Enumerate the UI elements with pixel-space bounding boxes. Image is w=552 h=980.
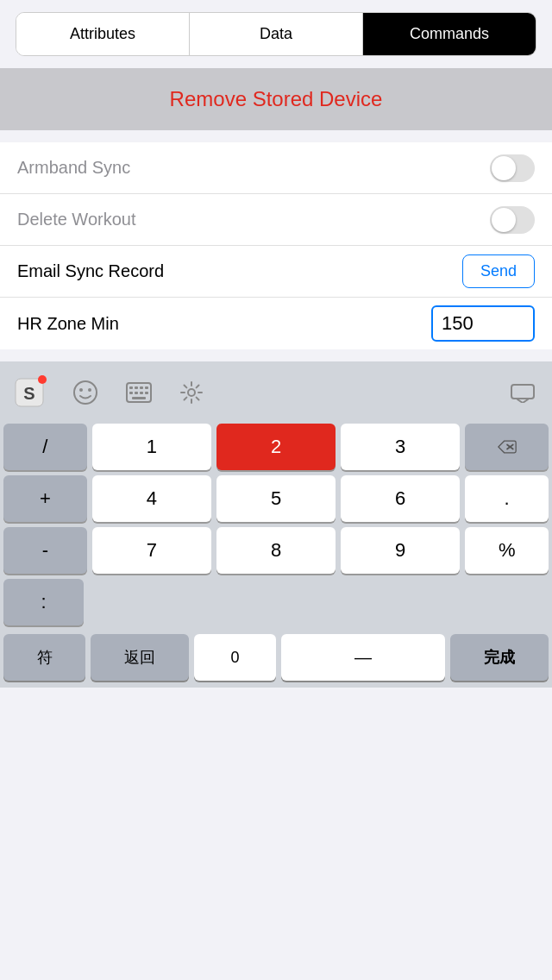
settings-group: Armband Sync Delete Workout Email Sync R… [0, 142, 552, 349]
tab-data[interactable]: Data [190, 13, 363, 55]
email-sync-label: Email Sync Record [17, 261, 164, 281]
dismiss-keyboard-icon[interactable] [511, 384, 535, 407]
key-symbol[interactable]: 符 [3, 634, 85, 681]
key-1[interactable]: 1 [92, 424, 211, 470]
key-row-4: : [3, 579, 549, 625]
key-dot[interactable]: . [465, 475, 549, 522]
key-space[interactable]: — [281, 634, 445, 681]
key-8[interactable]: 8 [216, 527, 336, 574]
key-2[interactable]: 2 [216, 424, 336, 470]
swype-icon[interactable]: S [14, 377, 45, 413]
key-percent[interactable]: % [465, 527, 549, 574]
hr-zone-min-label: HR Zone Min [17, 314, 119, 334]
svg-rect-12 [140, 392, 143, 394]
armband-sync-row: Armband Sync [0, 142, 552, 194]
svg-point-3 [79, 388, 83, 392]
emoji-icon[interactable] [72, 380, 98, 411]
key-9[interactable]: 9 [341, 527, 460, 574]
key-5[interactable]: 5 [216, 475, 336, 522]
delete-workout-row: Delete Workout [0, 194, 552, 246]
armband-sync-toggle-knob [492, 156, 516, 180]
svg-text:S: S [23, 384, 34, 403]
hr-zone-min-input[interactable] [431, 305, 535, 342]
svg-rect-11 [135, 392, 138, 394]
keyboard-container: S [0, 361, 552, 688]
svg-rect-16 [511, 385, 534, 399]
keyboard-toolbar: S [0, 370, 552, 420]
tab-bar: Attributes Data Commands [16, 12, 536, 56]
svg-point-15 [188, 389, 195, 396]
tab-commands[interactable]: Commands [363, 13, 536, 55]
key-0[interactable]: 0 [194, 634, 276, 681]
svg-rect-6 [129, 386, 133, 389]
command-section: Remove Stored Device [0, 68, 552, 130]
send-button[interactable]: Send [462, 254, 535, 288]
key-plus[interactable]: + [3, 475, 87, 522]
key-row-1: / 1 2 3 [3, 424, 549, 470]
email-sync-row: Email Sync Record Send [0, 246, 552, 298]
svg-point-4 [88, 388, 91, 392]
armband-sync-label: Armband Sync [17, 158, 130, 178]
settings-gear-icon[interactable] [179, 380, 204, 410]
svg-rect-7 [135, 386, 138, 389]
key-6[interactable]: 6 [341, 475, 460, 522]
delete-workout-label: Delete Workout [17, 210, 135, 229]
key-delete[interactable] [465, 424, 549, 470]
svg-rect-13 [145, 392, 148, 394]
svg-point-2 [74, 381, 97, 404]
svg-rect-8 [140, 386, 143, 389]
remove-stored-device-button[interactable]: Remove Stored Device [170, 87, 383, 110]
key-slash[interactable]: / [3, 424, 87, 470]
key-7[interactable]: 7 [92, 527, 211, 574]
key-row-2: + 4 5 6 . [3, 475, 549, 522]
keyboard-layout-icon[interactable] [126, 382, 152, 408]
key-area: / 1 2 3 + 4 5 6 . - 7 8 9 % [0, 420, 552, 634]
svg-rect-9 [145, 386, 148, 389]
hr-zone-min-row: HR Zone Min [0, 298, 552, 349]
delete-workout-toggle[interactable] [490, 206, 535, 234]
key-row-3: - 7 8 9 % [3, 527, 549, 574]
svg-rect-14 [132, 397, 146, 399]
key-return[interactable]: 返回 [91, 634, 189, 681]
key-done[interactable]: 完成 [450, 634, 549, 681]
armband-sync-toggle[interactable] [490, 154, 535, 182]
key-minus[interactable]: - [3, 527, 87, 574]
key-4[interactable]: 4 [92, 475, 211, 522]
key-3[interactable]: 3 [341, 424, 460, 470]
tab-attributes[interactable]: Attributes [16, 13, 190, 55]
svg-rect-10 [129, 392, 133, 394]
delete-workout-toggle-knob [492, 208, 516, 232]
key-colon[interactable]: : [3, 579, 84, 625]
keyboard-bottom-row: 符 返回 0 — 完成 [0, 634, 552, 688]
